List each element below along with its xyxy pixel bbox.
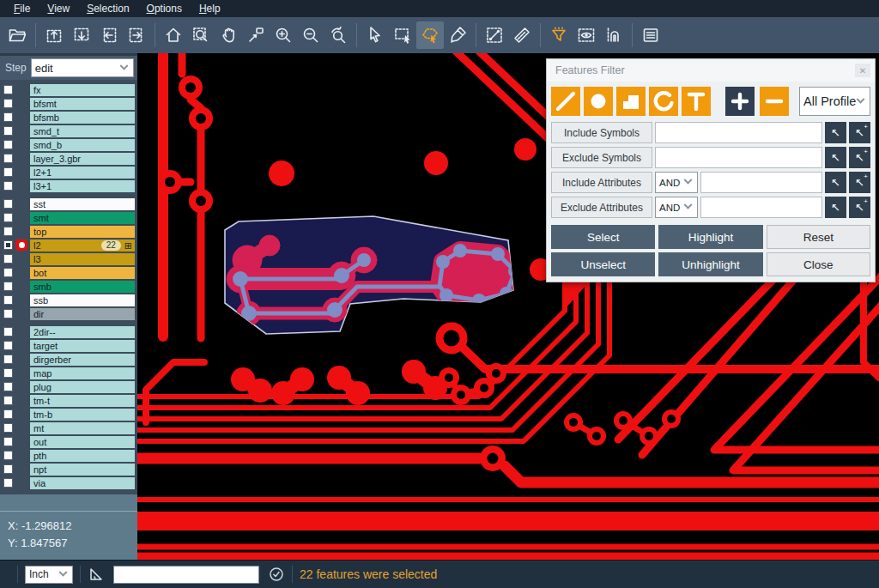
pick-add-from-canvas-button[interactable]: ↖+ (849, 197, 870, 218)
layer-indicator-slot[interactable] (15, 198, 27, 209)
layer-row-out[interactable]: out (0, 435, 137, 448)
close-button[interactable]: Close (767, 252, 870, 276)
layer-row-layer_3.gbr[interactable]: layer_3.gbr (0, 152, 137, 165)
layer-indicator-slot[interactable] (15, 464, 27, 475)
layer-indicator-slot[interactable] (15, 409, 27, 420)
layer-indicator-slot[interactable] (15, 367, 27, 379)
layer-row-bfsmt[interactable]: bfsmt (0, 97, 137, 110)
layer-checkbox[interactable] (3, 213, 13, 222)
measure-button[interactable] (481, 21, 508, 49)
pick-add-from-canvas-button[interactable]: ↖+ (849, 147, 870, 168)
layer-checkbox[interactable] (3, 409, 13, 419)
surface-feature-button[interactable] (616, 87, 646, 116)
layer-name[interactable]: layer_3.gbr (30, 153, 135, 165)
layer-row-sst[interactable]: sst (0, 197, 137, 210)
layer-row-smd_t[interactable]: smd_t (0, 124, 137, 137)
text-feature-button[interactable] (682, 87, 711, 116)
layer-row-tm-t[interactable]: tm-t (0, 394, 137, 407)
layer-row-tm-b[interactable]: tm-b (0, 408, 137, 421)
layer-name[interactable]: 2dir-- (30, 326, 135, 338)
layer-checkbox[interactable] (3, 140, 13, 149)
layer-indicator-slot[interactable] (15, 381, 27, 392)
unhighlight-button[interactable]: Unhighlight (658, 252, 762, 276)
layer-name[interactable]: tm-t (30, 395, 135, 407)
layer-row-mt[interactable]: mt (0, 421, 137, 434)
layer-indicator-slot[interactable] (15, 167, 27, 178)
layer-row-smb[interactable]: smb (0, 280, 137, 293)
layer-row-map[interactable]: map (0, 367, 137, 379)
zoom-window-button[interactable] (187, 21, 215, 49)
menu-item-selection[interactable]: Selection (78, 3, 137, 15)
view-options-button[interactable] (573, 21, 600, 49)
command-input[interactable] (113, 566, 259, 584)
layer-name[interactable]: smd_t (30, 125, 135, 137)
dynamic-pan-button[interactable] (242, 21, 270, 49)
menu-item-view[interactable]: View (39, 3, 78, 15)
layer-indicator-slot[interactable] (15, 253, 27, 264)
layer-indicator-slot[interactable] (15, 281, 27, 292)
layer-name[interactable]: l3 (30, 253, 135, 265)
layer-row-smd_b[interactable]: smd_b (0, 138, 137, 151)
layer-checkbox[interactable] (3, 423, 13, 433)
profile-select[interactable]: All Profile (799, 87, 870, 116)
layer-name[interactable]: plug (30, 381, 135, 393)
layer-checkbox[interactable] (3, 368, 13, 378)
layer-row-fx[interactable]: fx (0, 83, 137, 96)
snap-button[interactable] (600, 21, 627, 49)
layer-row-ssb[interactable]: ssb (0, 294, 137, 306)
layer-name[interactable]: pth (30, 450, 135, 462)
layer-indicator-slot[interactable] (15, 294, 27, 306)
pan-button[interactable] (215, 21, 242, 49)
layer-indicator-slot[interactable] (15, 308, 27, 319)
layers-panel-button[interactable] (637, 21, 664, 49)
layer-indicator-slot[interactable] (15, 477, 27, 488)
pcb-canvas[interactable]: Features Filter ✕ (137, 53, 879, 560)
exclude-symbols-button[interactable]: Exclude Symbols (551, 147, 652, 168)
menu-item-help[interactable]: Help (191, 3, 229, 15)
layer-row-top[interactable]: top (0, 225, 137, 238)
layer-indicator-slot[interactable] (15, 267, 27, 278)
layer-row-dir[interactable]: dir (0, 307, 137, 320)
layer-indicator-slot[interactable] (15, 326, 27, 337)
layer-row-smt[interactable]: smt (0, 211, 137, 224)
rectangle-select-button[interactable] (389, 21, 416, 49)
layer-name[interactable]: bfsmt (30, 98, 135, 110)
positive-polarity-button[interactable] (725, 87, 755, 116)
layer-row-l2+1[interactable]: l2+1 (0, 166, 137, 179)
polygon-select-button[interactable] (416, 21, 444, 49)
zoom-out-button[interactable] (297, 21, 324, 49)
layer-name[interactable]: smb (30, 281, 135, 293)
highlight-button[interactable]: Highlight (658, 225, 762, 249)
scroll-up-button[interactable] (40, 21, 68, 49)
step-select[interactable]: edit (31, 58, 134, 77)
layer-checkbox[interactable] (3, 355, 13, 364)
include-symbols-input[interactable] (655, 122, 822, 143)
layer-checkbox[interactable] (3, 268, 13, 277)
layer-name[interactable]: dir (30, 308, 135, 320)
arc-feature-button[interactable] (649, 87, 678, 116)
pick-from-canvas-button[interactable]: ↖ (825, 122, 846, 143)
layer-indicator-slot[interactable] (15, 436, 27, 447)
layer-name[interactable]: smt (30, 212, 135, 224)
layer-indicator-slot[interactable] (15, 84, 27, 95)
layer-name[interactable]: fx (30, 84, 135, 96)
layer-name[interactable]: sst (30, 198, 135, 210)
layer-checkbox[interactable] (3, 464, 13, 474)
layer-indicator-slot[interactable] (15, 125, 27, 136)
layer-name[interactable]: tm-b (30, 409, 135, 421)
layer-row-plug[interactable]: plug (0, 380, 137, 393)
dialog-titlebar[interactable]: Features Filter ✕ (547, 59, 875, 82)
layer-checkbox[interactable] (3, 227, 13, 236)
zoom-in-button[interactable] (270, 21, 297, 49)
exclude-symbols-input[interactable] (655, 147, 822, 168)
layer-name[interactable]: bot (30, 267, 135, 279)
layer-checkbox[interactable] (3, 451, 13, 460)
layer-name[interactable]: l222⊞ (30, 239, 135, 252)
negative-polarity-button[interactable] (760, 87, 789, 116)
layer-row-via[interactable]: via (0, 476, 137, 489)
layer-checkbox[interactable] (3, 295, 13, 305)
layer-checkbox[interactable] (3, 254, 13, 264)
pick-from-canvas-button[interactable]: ↖ (825, 197, 846, 218)
layer-indicator-slot[interactable] (15, 340, 27, 351)
and-or-select[interactable]: AND (655, 197, 698, 218)
